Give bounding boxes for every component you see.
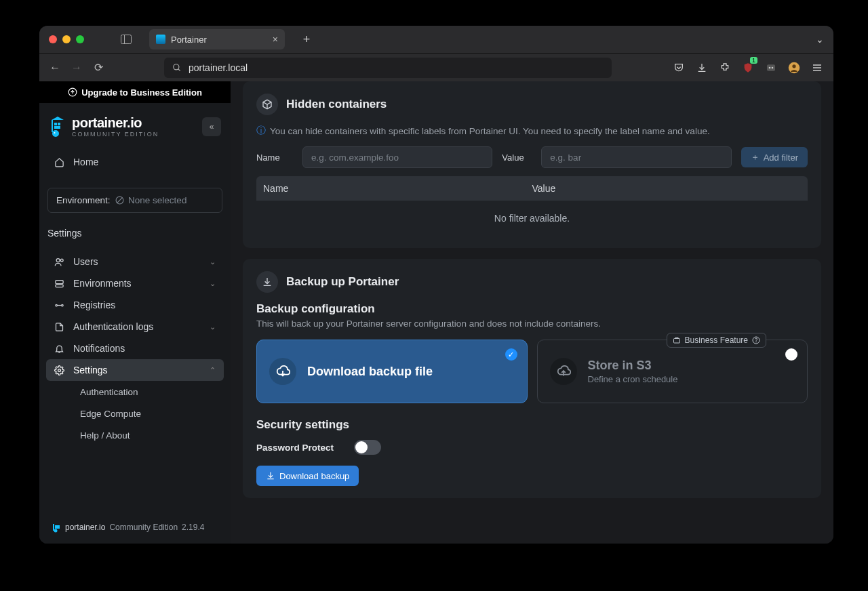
cloud-download-icon — [269, 358, 296, 385]
chevron-down-icon: ⌄ — [210, 323, 216, 331]
plus-icon: ＋ — [751, 151, 760, 163]
svg-point-2 — [174, 64, 179, 69]
sidebar-item-label: Notifications — [73, 343, 125, 354]
sidebar-item-environments[interactable]: Environments ⌄ — [46, 272, 224, 294]
password-protect-label: Password Protect — [256, 443, 334, 453]
col-value: Value — [532, 183, 802, 194]
backup-option-cards: Download backup file ✓ Business Feature … — [256, 340, 808, 403]
value-label: Value — [502, 152, 532, 163]
add-filter-label: Add filter — [764, 152, 798, 163]
filter-value-input[interactable] — [541, 146, 731, 168]
card-title: Download backup file — [307, 365, 433, 379]
browser-tab[interactable]: Portainer × — [149, 29, 285, 49]
tabs-dropdown-icon[interactable]: ⌄ — [816, 34, 824, 45]
upgrade-icon — [68, 87, 77, 97]
footer-edition: Community Edition — [109, 523, 178, 532]
filter-name-input[interactable] — [302, 146, 492, 168]
svg-point-19 — [52, 130, 59, 137]
hidden-containers-panel: Hidden containers ⓘ You can hide contain… — [243, 81, 821, 248]
chevron-down-icon: ⌄ — [210, 279, 216, 288]
download-backup-button[interactable]: Download backup — [256, 466, 359, 486]
sidebar-item-registries[interactable]: Registries — [46, 294, 224, 316]
tab-title: Portainer — [171, 35, 207, 45]
card-download-backup[interactable]: Download backup file ✓ — [256, 340, 528, 403]
panel-title: Backup up Portainer — [286, 275, 399, 289]
backup-config-heading: Backup configuration — [256, 302, 808, 316]
bell-icon — [54, 344, 65, 354]
minimize-window-icon[interactable] — [62, 35, 71, 43]
biz-badge-text: Business Feature — [685, 335, 748, 345]
brand-edition: COMMUNITY EDITION — [72, 131, 159, 138]
sidebar-item-label: Environments — [73, 278, 132, 289]
sidebar-item-notifications[interactable]: Notifications — [46, 338, 224, 359]
svg-rect-34 — [673, 339, 679, 344]
profile-icon[interactable] — [787, 61, 801, 75]
sidebar-item-label: Authentication logs — [73, 321, 153, 332]
pocket-icon[interactable] — [672, 61, 686, 75]
maximize-window-icon[interactable] — [76, 35, 84, 43]
content: Upgrade to Business Edition portainer.io — [39, 81, 833, 544]
svg-rect-26 — [56, 284, 63, 287]
svg-point-28 — [62, 304, 64, 306]
downloads-icon[interactable] — [695, 61, 709, 75]
extensions-icon[interactable] — [718, 61, 732, 75]
download-backup-label: Download backup — [279, 471, 349, 481]
cloud-upload-icon — [550, 358, 577, 385]
reload-icon[interactable]: ⟳ — [92, 61, 104, 74]
sidebar-sub-authentication[interactable]: Authentication — [46, 381, 224, 403]
sidebar-item-home[interactable]: Home — [46, 151, 224, 173]
svg-point-29 — [58, 369, 61, 371]
extension-icon-2[interactable] — [764, 61, 778, 75]
svg-line-3 — [178, 68, 180, 70]
info-line: ⓘ You can hide containers with specific … — [256, 125, 808, 137]
address-bar[interactable]: portainer.local — [164, 58, 612, 78]
back-icon[interactable]: ← — [49, 62, 61, 74]
main-content: Hidden containers ⓘ You can hide contain… — [231, 81, 833, 544]
search-icon — [172, 63, 182, 73]
filter-row: Name Value ＋ Add filter — [256, 146, 808, 168]
svg-rect-4 — [767, 64, 775, 70]
card-subtitle: Define a cron schedule — [588, 374, 678, 384]
environment-selector[interactable]: Environment: None selected — [47, 188, 222, 213]
close-window-icon[interactable] — [49, 35, 57, 43]
menu-icon[interactable] — [810, 61, 824, 75]
ublock-icon[interactable] — [741, 61, 755, 75]
address-text: portainer.local — [189, 62, 248, 73]
forward-icon[interactable]: → — [71, 62, 83, 74]
sidebar-item-users[interactable]: Users ⌄ — [46, 251, 224, 272]
sidebar-sub-edge[interactable]: Edge Compute — [46, 403, 224, 424]
password-protect-toggle[interactable] — [354, 440, 381, 455]
box-icon — [256, 94, 278, 115]
new-tab-button[interactable]: + — [297, 33, 316, 47]
close-tab-icon[interactable]: × — [273, 34, 278, 45]
check-icon: ✓ — [505, 348, 517, 361]
sidebar-sub-help[interactable]: Help / About — [46, 424, 224, 446]
card-store-s3[interactable]: Business Feature Store in S3 Define a cr… — [537, 340, 808, 403]
collapse-sidebar-button[interactable]: « — [202, 117, 221, 136]
add-filter-button[interactable]: ＋ Add filter — [741, 147, 808, 167]
backup-panel: Backup up Portainer Backup configuration… — [243, 259, 821, 498]
logo-row: portainer.io COMMUNITY EDITION « — [39, 103, 231, 143]
svg-point-36 — [756, 342, 757, 342]
sidebar-item-settings[interactable]: Settings ⌃ — [46, 359, 224, 381]
upgrade-text: Upgrade to Business Edition — [81, 87, 202, 98]
svg-line-22 — [117, 198, 123, 203]
svg-point-20 — [54, 132, 56, 134]
portainer-mini-logo-icon — [52, 522, 61, 533]
col-name: Name — [263, 183, 532, 194]
name-label: Name — [256, 152, 293, 163]
tabs-sidebar-icon[interactable] — [121, 35, 132, 44]
sidebar-item-label: Registries — [73, 300, 115, 310]
briefcase-icon — [673, 336, 681, 344]
toolbar-icons — [672, 61, 824, 75]
brand-logo[interactable]: portainer.io COMMUNITY EDITION — [49, 115, 159, 138]
chevron-down-icon: ⌄ — [210, 258, 216, 266]
env-label: Environment: — [56, 195, 111, 205]
gear-icon — [54, 365, 65, 375]
sidebar-item-authlogs[interactable]: Authentication logs ⌄ — [46, 316, 224, 338]
browser-window: Portainer × + ⌄ ← → ⟳ portainer.local — [39, 26, 833, 544]
password-protect-row: Password Protect — [256, 440, 808, 455]
upgrade-banner[interactable]: Upgrade to Business Edition — [39, 81, 231, 103]
svg-point-23 — [56, 258, 60, 262]
svg-point-24 — [60, 259, 63, 262]
